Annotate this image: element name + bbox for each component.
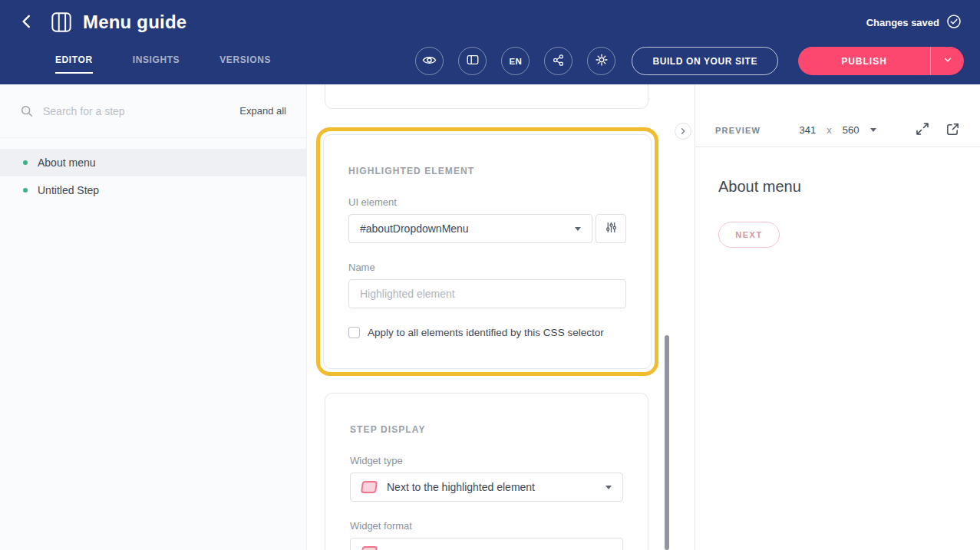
ui-element-label: UI element <box>348 196 626 208</box>
publish-dropdown-button[interactable] <box>930 47 964 75</box>
preview-width-value: 341 <box>800 124 817 136</box>
language-label: EN <box>510 57 523 66</box>
expand-all-link[interactable]: Expand all <box>239 105 286 117</box>
preview-header-icons <box>915 121 960 139</box>
changes-saved-label: Changes saved <box>866 17 939 28</box>
external-link-icon <box>945 122 960 139</box>
language-button[interactable]: EN <box>501 47 530 75</box>
changes-saved-status: Changes saved <box>866 14 962 31</box>
publish-group: PUBLISH <box>798 47 964 75</box>
widget-type-value: Next to the highlighted element <box>387 481 605 493</box>
topbar: Menu guide Changes saved EDITOR INSIGHTS… <box>0 0 980 84</box>
step-item-label: About menu <box>38 156 96 169</box>
layout-panel-button[interactable] <box>458 47 487 75</box>
previous-settings-card <box>325 84 648 109</box>
size-separator: x <box>827 124 832 136</box>
search-icon <box>20 104 34 118</box>
back-button[interactable] <box>18 13 35 32</box>
topbar-title-row: Menu guide Changes saved <box>0 0 980 44</box>
tab-editor[interactable]: EDITOR <box>55 54 93 74</box>
preview-body: About menu NEXT <box>695 147 980 278</box>
step-search-input[interactable] <box>43 105 230 117</box>
check-circle-icon <box>946 14 962 31</box>
preview-header: PREVIEW 341 x 560 <box>695 114 980 147</box>
chevron-right-icon <box>679 126 687 137</box>
tooltip-widget-icon <box>361 481 378 493</box>
apply-all-checkbox[interactable] <box>348 327 360 338</box>
step-list: About menu Untitled Step <box>0 149 306 204</box>
preview-panel: PREVIEW 341 x 560 About menu NEXT <box>695 84 980 550</box>
widget-format-row <box>350 538 623 550</box>
card-title: HIGHLIGHTED ELEMENT <box>348 166 626 176</box>
step-editor-area: HIGHLIGHTED ELEMENT UI element #aboutDro… <box>307 84 695 550</box>
preview-title: PREVIEW <box>715 126 761 135</box>
fullscreen-preview-button[interactable] <box>915 121 930 139</box>
name-label: Name <box>348 262 626 273</box>
step-search-row: Expand all <box>0 84 306 138</box>
highlighted-element-name-input[interactable] <box>348 279 626 308</box>
tooltip-widget-icon <box>361 546 378 550</box>
highlighted-element-card: HIGHLIGHTED ELEMENT UI element #aboutDro… <box>323 134 652 369</box>
gear-icon <box>595 53 609 69</box>
apply-all-label: Apply to all elements identified by this… <box>368 327 604 338</box>
editor-scrollbar[interactable] <box>665 335 669 550</box>
preview-step-title: About menu <box>718 178 957 196</box>
step-display-card: STEP DISPLAY Widget type Next to the hig… <box>325 393 648 550</box>
topbar-actions: EN BUILD ON YOUR SITE PUBLISH <box>415 47 964 75</box>
preview-eye-button[interactable] <box>415 47 444 75</box>
ui-element-value: #aboutDropdownMenu <box>360 222 575 235</box>
widget-type-label: Widget type <box>350 455 623 466</box>
sliders-icon <box>605 221 618 236</box>
tab-versions[interactable]: VERSIONS <box>219 54 271 74</box>
step-status-dot <box>23 160 28 165</box>
build-on-your-site-button[interactable]: BUILD ON YOUR SITE <box>632 47 778 75</box>
tab-insights[interactable]: INSIGHTS <box>133 54 180 74</box>
step-item-about-menu[interactable]: About menu <box>0 149 306 176</box>
chevron-left-icon <box>18 13 35 32</box>
chevron-down-icon <box>575 227 581 231</box>
layout-panel-icon <box>466 53 480 69</box>
ui-element-row: #aboutDropdownMenu <box>348 214 626 243</box>
collapse-preview-button[interactable] <box>675 123 691 140</box>
share-button[interactable] <box>544 47 572 75</box>
steps-sidebar: Expand all About menu Untitled Step <box>0 84 307 550</box>
ui-element-select[interactable]: #aboutDropdownMenu <box>348 214 592 243</box>
chevron-down-icon <box>942 54 953 68</box>
preview-next-button[interactable]: NEXT <box>718 222 780 248</box>
step-item-untitled-step[interactable]: Untitled Step <box>0 176 306 204</box>
step-status-dot <box>23 188 28 193</box>
apply-all-row[interactable]: Apply to all elements identified by this… <box>348 327 626 338</box>
step-item-label: Untitled Step <box>38 184 99 196</box>
card-title: STEP DISPLAY <box>350 424 623 435</box>
topbar-tabs-row: EDITOR INSIGHTS VERSIONS EN <box>0 44 980 84</box>
share-icon <box>552 54 565 69</box>
publish-button[interactable]: PUBLISH <box>798 47 930 75</box>
settings-button[interactable] <box>587 47 615 75</box>
preview-height-value: 560 <box>843 124 860 136</box>
chevron-down-icon <box>605 486 612 489</box>
guide-title: Menu guide <box>83 12 186 33</box>
chevron-down-icon <box>870 128 876 132</box>
eye-icon <box>422 53 437 70</box>
widget-type-row: Next to the highlighted element <box>350 473 623 502</box>
expand-arrows-icon <box>915 121 930 139</box>
widget-format-select[interactable] <box>350 538 623 550</box>
open-in-new-window-button[interactable] <box>945 122 960 139</box>
guide-type-icon <box>51 12 72 33</box>
selector-settings-button[interactable] <box>596 214 626 243</box>
preview-size-select[interactable]: 341 x 560 <box>800 124 876 136</box>
widget-format-label: Widget format <box>350 520 623 532</box>
widget-type-select[interactable]: Next to the highlighted element <box>350 473 623 502</box>
highlighted-card-ring: HIGHLIGHTED ELEMENT UI element #aboutDro… <box>316 127 658 376</box>
